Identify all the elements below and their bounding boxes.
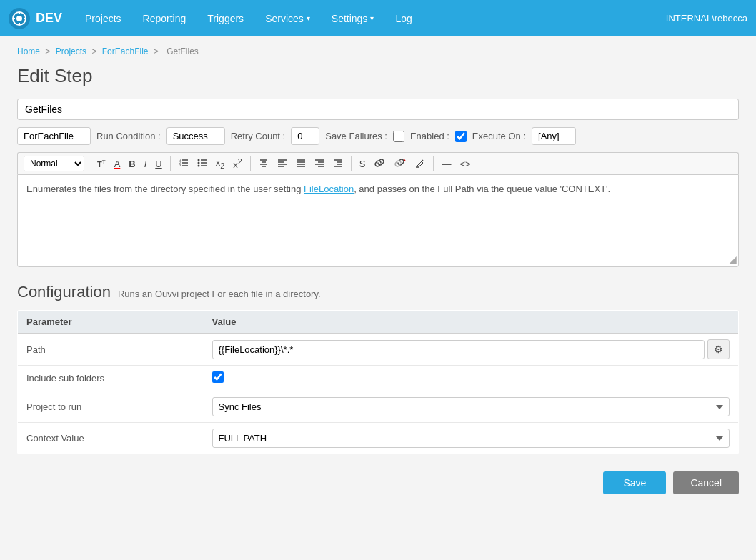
- toolbar-sep-4: [351, 156, 352, 171]
- step-name-input[interactable]: [17, 99, 739, 120]
- resize-handle[interactable]: ◢: [729, 254, 737, 265]
- nav-reporting[interactable]: Reporting: [133, 9, 197, 29]
- save-failures-label: Save Failures :: [325, 131, 387, 141]
- retry-count-label: Retry Count :: [231, 131, 286, 141]
- svg-point-12: [197, 161, 199, 164]
- underline-btn[interactable]: U: [151, 157, 165, 171]
- run-condition-wrapper: Success Failure Any: [166, 127, 225, 145]
- param-context: Context Value: [18, 423, 204, 454]
- run-condition-select[interactable]: Success Failure Any: [166, 127, 225, 145]
- highlight-btn[interactable]: [412, 156, 429, 171]
- config-subtitle: Runs an Ouvvi project For each file in a…: [118, 289, 321, 299]
- path-input[interactable]: [212, 340, 705, 359]
- step-name-row: [17, 99, 739, 120]
- table-row: Context Value FULL PATH FILE NAME DIRECT…: [18, 423, 739, 454]
- retry-count-select[interactable]: 0 1 2: [291, 127, 319, 145]
- config-section-title: Configuration Runs an Ouvvi project For …: [17, 283, 739, 301]
- editor-link: FileLocation: [304, 184, 354, 194]
- italic-btn[interactable]: I: [141, 157, 151, 171]
- strikethrough-btn[interactable]: S: [356, 157, 369, 171]
- parent-select[interactable]: ForEachFile: [17, 127, 91, 145]
- path-gear-btn[interactable]: ⚙: [707, 339, 730, 359]
- user-info: INTERNAL\rebecca: [666, 13, 747, 24]
- svg-point-11: [197, 159, 199, 161]
- ordered-list-btn[interactable]: 123: [175, 156, 192, 171]
- font-color-btn[interactable]: A: [111, 157, 124, 171]
- hr-btn[interactable]: —: [438, 157, 454, 171]
- editor-area[interactable]: Enumerates the files from the directory …: [17, 174, 739, 267]
- toolbar-sep-3: [250, 156, 251, 171]
- toolbar-sep-1: [89, 156, 89, 171]
- value-project: Sync Files: [204, 391, 739, 423]
- unlink-btn[interactable]: [390, 156, 410, 171]
- toolbar-sep-5: [433, 156, 434, 171]
- breadcrumb-home[interactable]: Home: [17, 46, 40, 56]
- toolbar-sep-2: [170, 156, 171, 171]
- action-row: Save Cancel: [17, 471, 739, 494]
- breadcrumb-foreach[interactable]: ForEachFile: [102, 46, 149, 56]
- breadcrumb-projects[interactable]: Projects: [56, 46, 86, 56]
- settings-dropdown-arrow: ▾: [370, 14, 374, 22]
- bold-btn[interactable]: B: [125, 157, 139, 171]
- nav-projects[interactable]: Projects: [75, 9, 131, 29]
- breadcrumb-current: GetFiles: [166, 46, 199, 56]
- indent-btn[interactable]: [329, 156, 347, 171]
- value-path: ⚙: [204, 334, 739, 366]
- value-context: FULL PATH FILE NAME DIRECTORY: [204, 423, 739, 454]
- enabled-checkbox[interactable]: [455, 131, 467, 142]
- brand-name: DEV: [36, 11, 62, 26]
- source-btn[interactable]: <>: [456, 157, 474, 171]
- context-select[interactable]: FULL PATH FILE NAME DIRECTORY: [212, 429, 730, 448]
- path-input-group: ⚙: [212, 339, 730, 359]
- format-select[interactable]: Normal Heading 1 Heading 2: [24, 156, 84, 171]
- param-project: Project to run: [18, 391, 204, 423]
- breadcrumb: Home > Projects > ForEachFile > GetFiles: [17, 46, 739, 56]
- page-title: Edit Step: [17, 65, 739, 87]
- table-row: Project to run Sync Files: [18, 391, 739, 423]
- navbar: DEV Projects Reporting Triggers Services…: [0, 0, 756, 36]
- value-subfolders: [204, 366, 739, 391]
- param-subfolders: Include sub folders: [18, 366, 204, 391]
- nav-triggers[interactable]: Triggers: [197, 9, 254, 29]
- svg-text:3: 3: [179, 164, 181, 167]
- justify-btn[interactable]: [292, 156, 309, 171]
- svg-line-35: [422, 160, 423, 161]
- param-path: Path: [18, 334, 204, 366]
- nav-log[interactable]: Log: [385, 9, 422, 29]
- nav-settings[interactable]: Settings ▾: [322, 9, 384, 29]
- run-condition-label: Run Condition :: [96, 131, 161, 141]
- col-value: Value: [204, 311, 739, 334]
- project-select[interactable]: Sync Files: [212, 397, 730, 416]
- subscript-btn[interactable]: x2: [212, 156, 229, 171]
- align-center-btn[interactable]: [255, 156, 272, 171]
- cancel-button[interactable]: Cancel: [673, 471, 739, 494]
- nav-services[interactable]: Services ▾: [255, 9, 320, 29]
- execute-on-wrapper: [Any]: [532, 127, 576, 145]
- enabled-label: Enabled :: [410, 131, 449, 141]
- retry-count-wrapper: 0 1 2: [291, 127, 319, 145]
- link-btn[interactable]: [370, 156, 389, 171]
- brand-logo: [9, 8, 30, 29]
- main-content: Home > Projects > ForEachFile > GetFiles…: [0, 36, 756, 560]
- svg-point-13: [197, 164, 199, 166]
- execute-on-select[interactable]: [Any]: [532, 127, 576, 145]
- settings-row: ForEachFile Run Condition : Success Fail…: [17, 127, 739, 145]
- execute-on-label: Execute On :: [472, 131, 526, 141]
- table-row: Include sub folders: [18, 366, 739, 391]
- font-size-btn[interactable]: TT: [94, 157, 109, 171]
- save-button[interactable]: Save: [603, 471, 666, 494]
- config-title-text: Configuration: [17, 283, 111, 301]
- svg-point-1: [16, 16, 22, 21]
- align-right-btn[interactable]: [311, 156, 328, 171]
- services-dropdown-arrow: ▾: [307, 14, 310, 22]
- superscript-btn[interactable]: x2: [229, 156, 246, 171]
- col-parameter: Parameter: [18, 311, 204, 334]
- unordered-list-btn[interactable]: [194, 156, 211, 171]
- nav-links: Projects Reporting Triggers Services ▾ S…: [75, 9, 666, 29]
- subfolders-checkbox[interactable]: [212, 371, 224, 383]
- config-table: Parameter Value Path ⚙ Include sub folde…: [17, 310, 739, 454]
- brand: DEV: [9, 8, 62, 29]
- align-left-btn[interactable]: [274, 156, 291, 171]
- table-row: Path ⚙: [18, 334, 739, 366]
- save-failures-checkbox[interactable]: [393, 131, 404, 142]
